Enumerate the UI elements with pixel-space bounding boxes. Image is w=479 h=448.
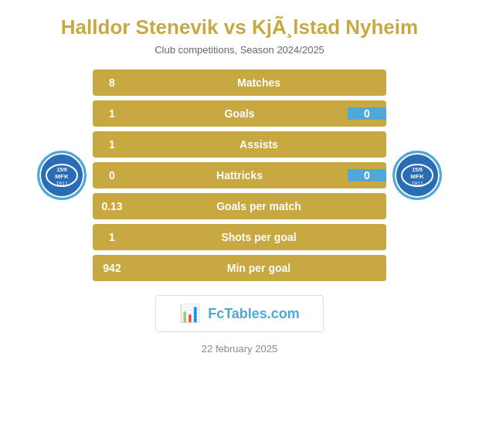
svg-text:15/6: 15/6 — [56, 167, 67, 172]
logo-left: 15/6 MFK 1911 — [31, 151, 93, 200]
svg-text:MFK: MFK — [410, 173, 424, 180]
stat-right-val-goals: 0 — [348, 107, 386, 120]
page-title: Halldor Stenevik vs KjÃ¸lstad Nyheim — [61, 15, 418, 39]
logo-right: 15/6 MFK 1911 — [386, 151, 448, 200]
stats-rows: 8Matches1Goals01Assists0Hattricks00.13Go… — [93, 70, 386, 281]
svg-text:1911: 1911 — [56, 181, 68, 186]
page-subtitle: Club competitions, Season 2024/2025 — [155, 44, 324, 56]
stat-left-val-assists: 1 — [93, 138, 131, 151]
club-logo-right: 15/6 MFK 1911 — [392, 151, 442, 200]
fctables-label: FcTables.com — [208, 306, 300, 322]
stat-label-matches: Matches — [131, 76, 386, 89]
svg-text:15/6: 15/6 — [412, 167, 423, 172]
stat-label-assists: Assists — [131, 138, 386, 151]
stat-row-shots-per-goal: 1Shots per goal — [93, 224, 386, 250]
stat-left-val-min-per-goal: 942 — [93, 262, 131, 274]
svg-text:1911: 1911 — [411, 181, 423, 186]
stat-label-goals: Goals — [131, 107, 348, 120]
stat-right-val-hattricks: 0 — [348, 169, 386, 182]
stat-left-val-shots-per-goal: 1 — [93, 231, 131, 243]
stat-row-goals: 1Goals0 — [93, 100, 386, 127]
stat-left-val-goals: 1 — [93, 107, 131, 120]
stat-row-hattricks: 0Hattricks0 — [93, 162, 386, 188]
svg-text:MFK: MFK — [55, 173, 69, 180]
stat-row-goals-per-match: 0.13Goals per match — [93, 193, 386, 219]
fctables-banner: 📊 FcTables.com — [155, 295, 324, 332]
stat-row-assists: 1Assists — [93, 131, 386, 158]
stat-row-min-per-goal: 942Min per goal — [93, 255, 386, 281]
stat-left-val-goals-per-match: 0.13 — [93, 200, 131, 212]
page-container: Halldor Stenevik vs KjÃ¸lstad Nyheim Clu… — [0, 0, 479, 448]
stats-section: 15/6 MFK 1911 8Matches1Goals01Assists0Ha… — [8, 70, 471, 281]
stat-left-val-hattricks: 0 — [93, 169, 131, 182]
fctables-icon: 📊 — [179, 304, 200, 324]
club-logo-left: 15/6 MFK 1911 — [37, 151, 87, 200]
stat-row-matches: 8Matches — [93, 70, 386, 96]
stat-label-shots-per-goal: Shots per goal — [131, 231, 386, 243]
stat-label-goals-per-match: Goals per match — [131, 200, 386, 212]
stat-label-hattricks: Hattricks — [131, 169, 348, 182]
stat-label-min-per-goal: Min per goal — [131, 262, 386, 274]
stat-left-val-matches: 8 — [93, 76, 131, 89]
date-footer: 22 february 2025 — [202, 343, 277, 355]
